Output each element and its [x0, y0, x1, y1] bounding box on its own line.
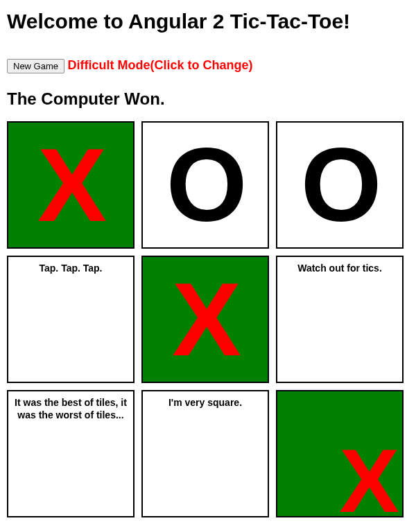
cell-placeholder: I'm very square.	[148, 397, 262, 409]
cell-6[interactable]: It was the best of tiles, it was the wor…	[7, 390, 135, 517]
game-board: X O O Tap. Tap. Tap. X Watch out for tic…	[7, 121, 404, 517]
mark-o-icon: O	[166, 133, 245, 237]
cell-5[interactable]: Watch out for tics.	[276, 256, 404, 383]
difficulty-toggle[interactable]: Difficult Mode(Click to Change)	[67, 58, 252, 73]
cell-8[interactable]: X	[276, 390, 404, 517]
page-title: Welcome to Angular 2 Tic-Tac-Toe!	[7, 10, 400, 33]
new-game-button[interactable]: New Game	[7, 59, 64, 73]
cell-placeholder: Watch out for tics.	[283, 263, 397, 275]
mark-x-icon: X	[339, 436, 399, 523]
mark-o-icon: O	[301, 133, 379, 237]
cell-4[interactable]: X	[141, 256, 269, 383]
cell-2[interactable]: O	[276, 121, 404, 249]
cell-3[interactable]: Tap. Tap. Tap.	[7, 256, 135, 383]
mark-x-icon: X	[172, 267, 239, 371]
cell-placeholder: Tap. Tap. Tap.	[14, 263, 128, 275]
mark-x-icon: X	[37, 133, 104, 237]
cell-1[interactable]: O	[141, 121, 269, 249]
cell-placeholder: It was the best of tiles, it was the wor…	[14, 397, 128, 421]
game-status: The Computer Won.	[7, 89, 400, 109]
cell-7[interactable]: I'm very square.	[141, 390, 269, 517]
cell-0[interactable]: X	[7, 121, 135, 249]
